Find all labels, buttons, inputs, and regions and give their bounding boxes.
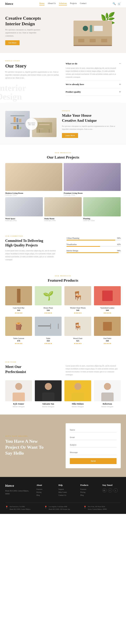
product-card-2[interactable]: 🪑 Wicker Chair Worm $49 ★★★★★ [65,286,91,314]
product-card-4[interactable]: 🪵 Table Cartoon $70 ★★★★★ [5,317,32,344]
drawer-3 [101,39,107,42]
stool-emoji: 🪑 [74,322,82,330]
end-table-shape [103,322,112,331]
navigation: bianca Home About Us Solutions Projects … [0,0,126,8]
product-card-7[interactable]: End Table $40 ★★★★★ [94,317,121,344]
progress-bg-2 [67,252,121,253]
nav-about[interactable]: About Us [48,2,56,6]
projects-section: OUR PRODUCTS Our Latest Projects Modern … [0,145,126,228]
progress-fill-2 [67,252,119,253]
cube-shape [102,290,113,301]
desk-visual [36,122,52,133]
footer-address-text-2: New York, 103 Street 4224Street, Central… [88,505,107,510]
product-name-3: Varnished Leather [94,307,121,309]
footer-col-products: Products Features Pricing Blog [80,484,99,497]
progress-value-1: 62% [117,243,121,245]
team-header: Meet OurPerfectionist Lorem ipsum dolor … [5,364,121,376]
footer-link-support[interactable]: Support [58,488,77,490]
footer-col-help-title: Help [58,484,77,486]
product-price-7: $40 [94,340,121,342]
team-avatar-2 [65,380,91,401]
project-img-2 [5,197,43,216]
project-card-0[interactable]: Modern Living Room Landscape, Urban [5,163,62,196]
footer-address-text-0: San Francisco, CA 2901Blank M.S 2009, Ce… [10,505,31,510]
product-card-1[interactable]: 🌱 House Plant $30 ★★★★★ [35,286,61,314]
product-price-6: $25 [65,340,91,342]
contact-email-input[interactable] [70,435,116,440]
footer-link-features[interactable]: Features [36,488,55,490]
contact-message-input[interactable] [70,450,116,455]
team-name-0: Kyle Jenner [5,403,32,405]
nav-contact[interactable]: Contact [80,2,86,6]
team-avatar-1 [35,380,61,401]
hero-section: Creative ConceptsInterior Design Per spi… [0,8,126,53]
learn-more-button[interactable]: Learn More [62,133,78,138]
footer-col-products-links: Features Pricing Blog [80,488,99,496]
footer-bottom: 📍 San Francisco, CA 2901Blank M.S 2009, … [5,502,121,510]
product-stars-0: ★★★★★ [5,312,32,314]
footer-link-contact-us[interactable]: Contact Us [58,494,77,496]
cart-icon[interactable]: 🛒 [118,2,121,5]
contact-form: Send [66,423,121,468]
footer-link-prod-features[interactable]: Features [80,488,99,490]
contact-name-input[interactable] [70,428,116,432]
nav-projects[interactable]: Projects [70,2,77,6]
location-icon-0: 📍 [5,506,8,509]
contact-submit-button[interactable]: Send [70,458,116,464]
instagram-icon[interactable]: IG [102,488,107,492]
contact-section: LET'S TALK AMAZING You Have A NewProject… [0,414,126,477]
product-img-3 [94,286,121,305]
footer-link-pricing[interactable]: Pricing [36,491,55,493]
nav-home[interactable]: Home [39,2,44,6]
accordion-header-2[interactable]: Product quality + [66,90,121,94]
vase-tall [90,25,92,32]
product-stars-1: ★★★★★ [35,312,61,314]
project-card-1[interactable]: Premium Living Room Landscape, Urban [64,163,121,196]
make-house-images: Bianca Interior1992 - actual [5,111,58,137]
project-meta-3: Landscape, Urban [44,220,82,221]
product-price-5: $50 [35,340,61,342]
team-body: Lorem ipsum dolor sit amet, consectetur … [66,364,121,376]
footer-link-help-center[interactable]: Help Center [58,491,77,493]
team-header-right: Lorem ipsum dolor sit amet, consectetur … [66,364,121,376]
dresser-legs [74,45,112,46]
footer-link-prod-blog[interactable]: Blog [80,494,99,496]
accordion-header-1[interactable]: We're already here + [66,83,121,86]
product-card-6[interactable]: 🪑 Wood Chair $25 ★★★★★ [65,317,91,344]
progress-label-row-1: Visualization 62% [67,243,121,245]
committed-tag: OUR COMMITTED [5,235,59,237]
team-name-1: Sulcanto Tan [35,403,61,405]
nav-logo[interactable]: bianca [5,2,13,6]
facebook-icon[interactable]: f [108,488,112,492]
projects-title: Our Latest Projects [5,155,121,160]
accordion-header-0[interactable]: What we do − [66,62,121,65]
footer-link-prod-pricing[interactable]: Pricing [80,491,99,493]
project-label-0: Modern Living Room Landscape, Urban [5,191,62,196]
twitter-icon[interactable]: t [113,488,118,492]
project-card-3[interactable]: Study Room Landscape, Urban [44,197,82,221]
make-house-body: Per spicietur conceptam cu, impellit qua… [62,125,121,130]
products-section: OUR PRODUCTS Featured Products Cane Stee… [0,268,126,354]
product-card-5[interactable]: Table $50 ★★★★★ [35,317,61,344]
progress-fill-0 [67,240,115,240]
project-card-4[interactable]: Planting Landscape, Urban [83,197,121,221]
contact-subject-input[interactable] [70,442,116,448]
avatar-body-2 [72,392,84,401]
product-card-3[interactable]: Varnished Leather $40 ★★★★★ [94,286,121,314]
nav-solutions[interactable]: Solutions [59,2,67,6]
footer-link-blog[interactable]: Blog [36,494,55,496]
project-card-2[interactable]: Work Space Landscape, Urban [5,197,43,221]
footer-address-1: 📍 Los Angeles, Louisiana 4500Blank M.S 2… [44,505,82,510]
search-icon[interactable]: 🔍 [113,2,116,5]
project-meta-4: Landscape, Urban [83,220,121,221]
project-img-4 [83,197,121,216]
hero-cta-button[interactable]: Get More [5,40,20,45]
products-grid-row1: Cane Steel Bar $49 ★★★★★ 🌱 House Plant $… [5,286,121,314]
project-meta-2: Landscape, Urban [5,220,43,221]
progress-item-2: Interior Design 96% [67,250,121,253]
table-emoji: 🪵 [14,322,23,330]
project-label-4: Planting Landscape, Urban [83,216,121,221]
project-label-2: Work Space Landscape, Urban [5,216,43,221]
product-card-0[interactable]: Cane Steel Bar $49 ★★★★★ [5,286,32,314]
accordion-plus-icon-1: + [119,83,121,86]
